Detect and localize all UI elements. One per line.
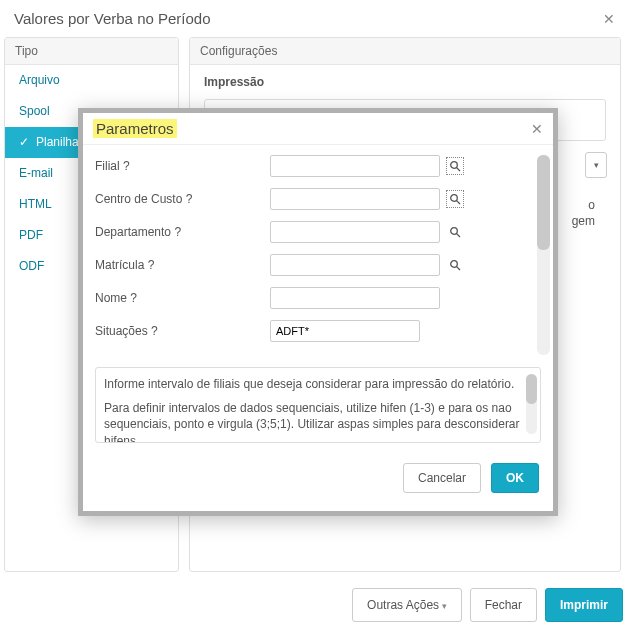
panel-tipo-header: Tipo: [5, 38, 178, 65]
impressao-label: Impressão: [190, 65, 620, 93]
parametros-close-icon[interactable]: ✕: [531, 121, 543, 137]
partial-text-1: o gem: [572, 198, 595, 228]
nome-label: Nome ?: [95, 291, 270, 305]
search-icon[interactable]: [446, 223, 464, 241]
help-text-box: Informe intervalo de filiais que deseja …: [95, 367, 541, 443]
filial-label: Filial ?: [95, 159, 270, 173]
parametros-dialog: Parametros ✕ Filial ? Centro de Custo ? …: [78, 108, 558, 516]
svg-point-6: [451, 261, 458, 268]
departamento-label: Departamento ?: [95, 225, 270, 239]
print-button[interactable]: Imprimir: [545, 588, 623, 622]
parametros-header: Parametros ✕: [83, 113, 553, 145]
centro-custo-input[interactable]: [270, 188, 440, 210]
departamento-input[interactable]: [270, 221, 440, 243]
main-title: Valores por Verba no Período: [14, 10, 211, 27]
search-icon[interactable]: [446, 190, 464, 208]
field-row-nome: Nome ?: [95, 287, 531, 309]
field-row-departamento: Departamento ?: [95, 221, 531, 243]
help-scrollbar-thumb[interactable]: [526, 374, 537, 404]
chevron-down-icon: ▾: [594, 160, 599, 170]
svg-line-7: [457, 267, 460, 270]
field-row-filial: Filial ?: [95, 155, 531, 177]
field-row-centro-custo: Centro de Custo ?: [95, 188, 531, 210]
svg-point-0: [451, 162, 458, 169]
parametros-footer: Cancelar OK: [83, 443, 553, 511]
matricula-input[interactable]: [270, 254, 440, 276]
parametros-body: Filial ? Centro de Custo ? Departamento …: [83, 145, 553, 363]
main-header: Valores por Verba no Período ✕: [0, 0, 629, 37]
svg-line-3: [457, 201, 460, 204]
scrollbar[interactable]: [537, 155, 550, 355]
main-footer: Outras Ações Fechar Imprimir: [346, 580, 629, 630]
search-icon[interactable]: [446, 157, 464, 175]
situacoes-input[interactable]: [270, 320, 420, 342]
close-button[interactable]: Fechar: [470, 588, 537, 622]
help-scrollbar[interactable]: [526, 374, 537, 434]
svg-line-5: [457, 234, 460, 237]
matricula-label: Matrícula ?: [95, 258, 270, 272]
help-text-line2: Para definir intervalos de dados sequenc…: [104, 400, 520, 443]
ok-button[interactable]: OK: [491, 463, 539, 493]
help-text-line1: Informe intervalo de filiais que deseja …: [104, 376, 520, 392]
config-dropdown-button[interactable]: ▾: [585, 152, 607, 178]
nome-input[interactable]: [270, 287, 440, 309]
field-row-situacoes: Situações ?: [95, 320, 531, 342]
search-icon[interactable]: [446, 256, 464, 274]
svg-line-1: [457, 168, 460, 171]
svg-point-4: [451, 228, 458, 235]
panel-configuracoes-header: Configurações: [190, 38, 620, 65]
situacoes-label: Situações ?: [95, 324, 270, 338]
filial-input[interactable]: [270, 155, 440, 177]
cancel-button[interactable]: Cancelar: [403, 463, 481, 493]
centro-custo-label: Centro de Custo ?: [95, 192, 270, 206]
field-row-matricula: Matrícula ?: [95, 254, 531, 276]
parametros-title: Parametros: [93, 119, 177, 138]
svg-point-2: [451, 195, 458, 202]
sidebar-item-arquivo[interactable]: Arquivo: [5, 65, 178, 96]
other-actions-button[interactable]: Outras Ações: [352, 588, 462, 622]
close-icon[interactable]: ✕: [603, 11, 615, 27]
scrollbar-thumb[interactable]: [537, 155, 550, 250]
